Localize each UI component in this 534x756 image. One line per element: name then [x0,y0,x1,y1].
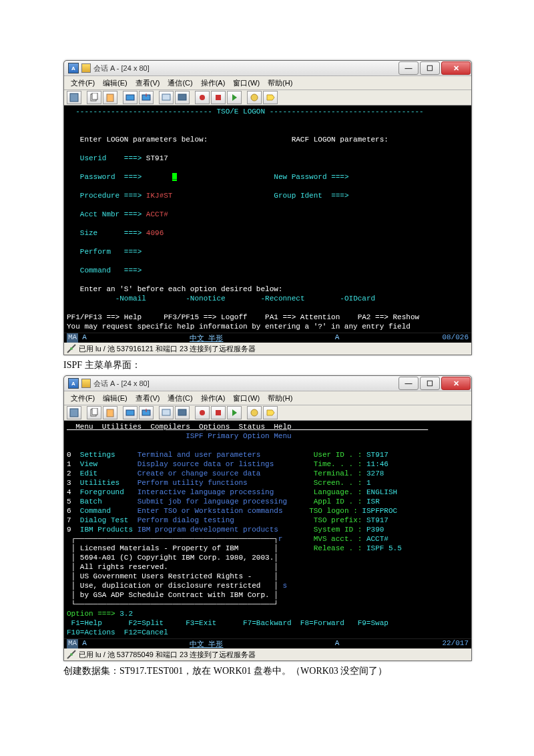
userid-field[interactable]: ST917 [146,154,168,162]
opt-6[interactable]: 6 [67,507,80,515]
send-icon[interactable] [123,406,138,419]
titlebar[interactable]: A 会话 A - [24 x 80] — ☐ ✕ [64,376,471,391]
play-icon[interactable] [227,91,242,104]
minimize-button[interactable]: — [398,377,419,390]
help-icon[interactable] [247,91,262,104]
svg-rect-9 [216,95,221,100]
color-icon[interactable] [175,406,190,419]
option-input[interactable]: 3.2 [119,610,133,618]
stop-icon[interactable] [211,406,226,419]
opt-9[interactable]: 9 [67,526,80,534]
menu-file[interactable]: 文件(F) [67,393,99,403]
tag-icon[interactable] [263,406,278,419]
svg-point-8 [200,95,205,100]
svg-rect-16 [126,410,134,415]
fkeys-row-1: F1=Help F2=Split F3=Exit F7=Backward F8=… [67,619,388,627]
pf-keys-line: PF1/PF13 ==> Help PF3/PF15 ==> Logoff PA… [67,313,419,321]
display-icon[interactable] [159,91,174,104]
help-icon[interactable] [247,406,262,419]
svg-point-10 [251,94,258,101]
record-icon[interactable] [195,91,210,104]
option-prompt[interactable]: Option ===> [67,610,119,618]
status-line: MA A 中文 半形 A 08/026 [64,333,471,343]
menubar: 文件(F) 编辑(E) 查看(V) 通信(C) 操作(A) 窗口(W) 帮助(H… [64,76,471,90]
svg-rect-21 [216,410,221,415]
opt-2[interactable]: 2 [67,469,80,478]
svg-rect-14 [92,408,97,415]
menu-edit[interactable]: 编辑(E) [99,78,131,88]
minimize-button[interactable]: — [398,61,419,75]
cursor-position: 08/026 [442,333,469,343]
stop-icon[interactable] [211,91,226,104]
close-button[interactable]: ✕ [441,377,471,390]
menubar: 文件(F) 编辑(E) 查看(V) 通信(C) 操作(A) 窗口(W) 帮助(H… [64,391,471,405]
app-icon-2 [81,379,91,388]
opt-0[interactable]: 0 [67,451,80,459]
maximize-button[interactable]: ☐ [420,61,440,75]
window-title: 会话 A - [24 x 80] [93,379,398,389]
cursor: _ [172,173,177,181]
menu-action[interactable]: 操作(A) [197,78,230,88]
svg-rect-4 [126,95,134,100]
tool-icon[interactable] [67,406,81,419]
opt-4[interactable]: 4 [67,488,80,496]
app-icon: A [68,63,79,73]
menu-view[interactable]: 查看(V) [131,78,164,88]
record-icon[interactable] [195,406,210,419]
menu-view[interactable]: 查看(V) [131,393,164,403]
menu-window[interactable]: 窗口(W) [229,393,264,403]
copy-icon[interactable] [87,406,101,419]
menu-file[interactable]: 文件(F) [67,78,99,88]
toolbar [64,405,471,421]
connect-icon [67,650,76,659]
procedure-field[interactable]: IKJ#ST [146,192,173,200]
svg-rect-12 [70,409,78,417]
menu-help[interactable]: 帮助(H) [264,393,296,403]
window-title: 会话 A - [24 x 80] [93,63,398,73]
help-hint: You may request specific help informatio… [67,323,411,331]
opt-5[interactable]: 5 [67,498,80,506]
terminal-screen-ispf[interactable]: Menu Utilities Compilers Options Status … [64,421,471,638]
size-field[interactable]: 4096 [146,229,164,237]
terminal-window-ispf: A 会话 A - [24 x 80] — ☐ ✕ 文件(F) 编辑(E) 查看(… [63,375,472,661]
svg-rect-18 [162,409,170,415]
menu-help[interactable]: 帮助(H) [264,78,296,88]
svg-rect-3 [107,94,113,102]
connect-icon [67,344,76,353]
menu-comm[interactable]: 通信(C) [164,78,196,88]
menu-window[interactable]: 窗口(W) [229,78,264,88]
maximize-button[interactable]: ☐ [420,377,440,390]
paste-icon[interactable] [103,91,117,104]
send-icon[interactable] [123,91,138,104]
play-icon[interactable] [227,406,242,419]
terminal-window-logon: A 会话 A - [24 x 80] — ☐ ✕ 文件(F) 编辑(E) 查看(… [63,60,472,355]
connection-status-bar: 已用 lu / 池 537785049 和端口 23 连接到了远程服务器 [64,648,471,660]
opt-3[interactable]: 3 [67,479,80,487]
menu-edit[interactable]: 编辑(E) [99,393,131,403]
color-icon[interactable] [175,91,190,104]
recv-icon[interactable] [139,91,154,104]
opt-1[interactable]: 1 [67,460,80,468]
recv-icon[interactable] [139,406,154,419]
ime-status: 中文 半形 [190,639,224,648]
connection-status-bar: 已用 lu / 池 537916121 和端口 23 连接到了远程服务器 [64,343,471,355]
titlebar[interactable]: A 会话 A - [24 x 80] — ☐ ✕ [64,61,471,76]
display-icon[interactable] [159,406,174,419]
terminal-screen-logon[interactable]: ------------------------------- TSO/E LO… [64,106,471,333]
tool-icon[interactable] [67,91,81,104]
paste-icon[interactable] [103,406,117,419]
acct-field[interactable]: ACCT# [146,210,168,218]
caption-ispf: ISPF 主菜单界面： [63,359,471,371]
ispf-menubar[interactable]: Menu Utilities Compilers Options Status … [67,423,292,431]
opt-7[interactable]: 7 [67,516,80,524]
svg-rect-0 [70,93,78,102]
menu-comm[interactable]: 通信(C) [164,393,196,403]
tag-icon[interactable] [263,91,278,104]
svg-point-20 [200,410,205,415]
copy-icon[interactable] [87,91,101,104]
app-icon-2 [81,63,91,73]
connection-status: 已用 lu / 池 537785049 和端口 23 连接到了远程服务器 [79,650,256,660]
close-button[interactable]: ✕ [441,61,471,75]
menu-action[interactable]: 操作(A) [197,393,230,403]
ispf-title: ISPF Primary Option Menu [186,432,291,440]
